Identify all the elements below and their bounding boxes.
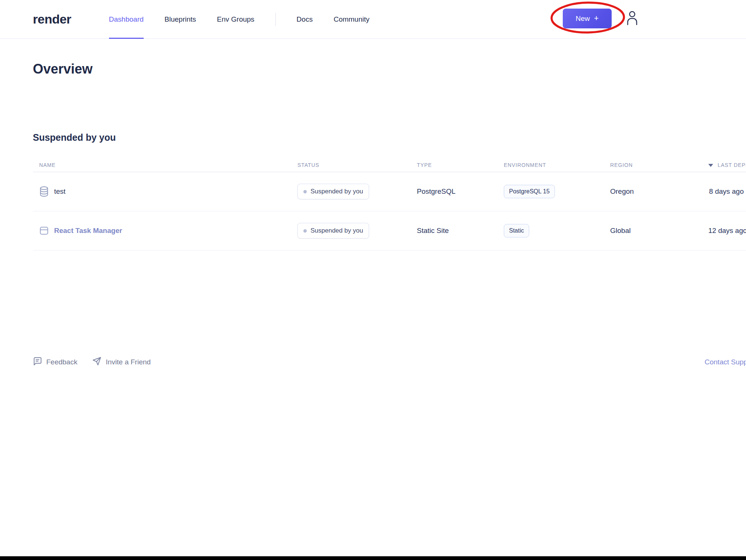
bottom-edge-bar xyxy=(0,556,746,560)
column-header-environment: ENVIRONMENT xyxy=(504,162,610,168)
feedback-link[interactable]: Feedback xyxy=(33,357,77,368)
feedback-label: Feedback xyxy=(46,358,77,366)
feedback-icon xyxy=(33,357,42,368)
send-icon xyxy=(92,357,102,368)
nav-divider xyxy=(275,13,276,26)
new-button[interactable]: New + xyxy=(563,9,612,28)
render-logo[interactable]: render xyxy=(33,12,71,27)
status-dot-icon xyxy=(303,229,307,233)
region-cell: Global xyxy=(610,227,708,235)
column-header-name: NAME xyxy=(33,162,297,168)
browser-window-icon xyxy=(39,226,49,236)
new-button-label: New xyxy=(576,15,590,23)
page-title: Overview xyxy=(33,61,746,77)
invite-friend-link[interactable]: Invite a Friend xyxy=(92,357,150,368)
nav-item-community[interactable]: Community xyxy=(334,0,369,38)
type-cell: PostgreSQL xyxy=(417,187,504,196)
status-dot-icon xyxy=(303,190,307,193)
main-content: Overview Suspended by you NAME STATUS TY… xyxy=(0,61,746,251)
invite-friend-label: Invite a Friend xyxy=(106,358,150,366)
status-badge-label: Suspended by you xyxy=(310,227,363,234)
service-name-link[interactable]: test xyxy=(54,187,66,196)
services-table: NAME STATUS TYPE ENVIRONMENT REGION LAST… xyxy=(33,158,746,251)
nav-item-docs[interactable]: Docs xyxy=(297,0,313,38)
type-cell: Static Site xyxy=(417,227,504,235)
table-row[interactable]: test Suspended by you PostgreSQL Postgre… xyxy=(33,172,746,211)
status-badge: Suspended by you xyxy=(297,223,369,239)
primary-nav: Dashboard Blueprints Env Groups Docs Com… xyxy=(109,0,369,38)
top-nav: render Dashboard Blueprints Env Groups D… xyxy=(0,0,746,39)
last-deploy-cell: 8 days ago xyxy=(708,187,746,196)
environment-badge: Static xyxy=(504,224,529,237)
environment-badge: PostgreSQL 15 xyxy=(504,185,555,198)
section-title-suspended: Suspended by you xyxy=(33,132,746,143)
status-badge-label: Suspended by you xyxy=(310,188,363,195)
plus-icon: + xyxy=(594,13,599,23)
region-cell: Oregon xyxy=(610,187,708,196)
sort-descending-icon xyxy=(708,162,713,168)
table-header-row: NAME STATUS TYPE ENVIRONMENT REGION LAST… xyxy=(33,158,746,172)
nav-item-env-groups[interactable]: Env Groups xyxy=(217,0,254,38)
nav-item-dashboard[interactable]: Dashboard xyxy=(109,0,144,38)
account-menu-button[interactable] xyxy=(625,10,639,27)
contact-support-link[interactable]: Contact Support xyxy=(705,358,746,366)
service-name-link[interactable]: React Task Manager xyxy=(54,227,122,235)
last-deploy-cell: 12 days ago xyxy=(708,227,746,235)
column-header-last-deployed-label: LAST DEPLOYED xyxy=(718,162,746,168)
page-footer: Feedback Invite a Friend Contact Support xyxy=(33,354,746,370)
column-header-status: STATUS xyxy=(297,162,417,168)
user-avatar-icon xyxy=(625,10,638,27)
column-header-type: TYPE xyxy=(417,162,504,168)
table-row[interactable]: React Task Manager Suspended by you Stat… xyxy=(33,211,746,251)
nav-item-blueprints[interactable]: Blueprints xyxy=(165,0,196,38)
database-icon xyxy=(39,186,49,197)
column-header-last-deployed[interactable]: LAST DEPLOYED xyxy=(708,162,746,168)
column-header-region: REGION xyxy=(610,162,708,168)
status-badge: Suspended by you xyxy=(297,184,369,199)
